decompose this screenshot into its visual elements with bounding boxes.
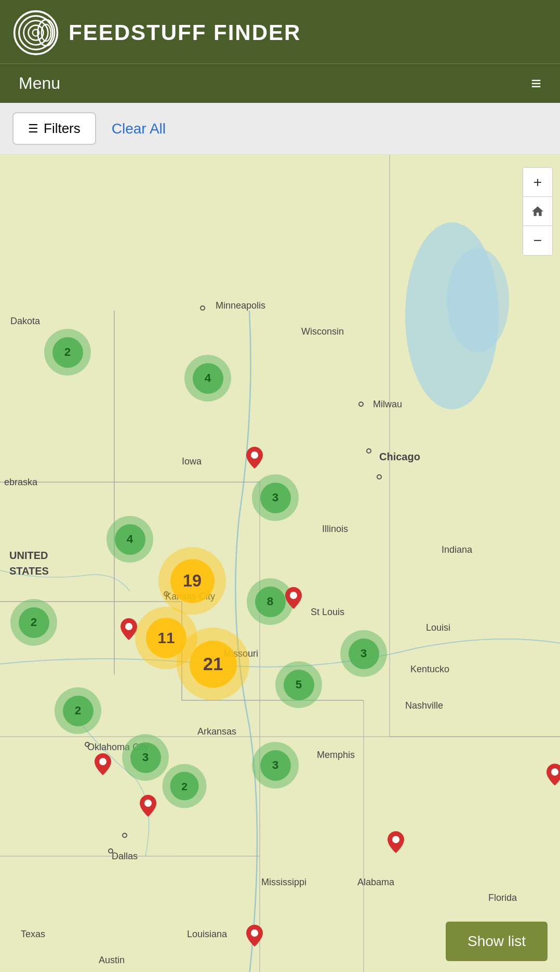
map-cluster[interactable]: 4 [184,355,231,402]
map-pin[interactable] [285,587,302,612]
map-pin[interactable] [121,618,137,643]
map-cluster[interactable]: 2 [44,329,91,376]
map-city-dot [358,402,364,407]
map-background [0,155,560,972]
app-title: FEEDSTUFF FINDER [69,20,301,45]
navbar: Menu ≡ [0,63,560,103]
map-pin[interactable] [246,447,263,472]
svg-point-29 [251,929,258,937]
zoom-in-button[interactable]: + [523,168,552,197]
filter-icon: ☰ [28,122,38,136]
map-cluster[interactable]: 2 [10,599,57,646]
clear-all-link[interactable]: Clear All [112,121,166,137]
map-pin[interactable] [246,925,263,950]
zoom-home-button[interactable] [523,197,552,226]
app-header: FEEDSTUFF FINDER [0,0,560,63]
map-city-dot [377,474,382,480]
logo-container: FEEDSTUFF FINDER [12,9,301,56]
map-cluster[interactable]: 3 [122,734,169,781]
map-pin[interactable] [95,753,111,778]
filters-button[interactable]: ☰ Filters [12,112,96,145]
svg-point-27 [144,800,152,807]
menu-label: Menu [19,74,60,93]
map-cluster[interactable]: 3 [252,474,299,521]
svg-point-23 [251,451,258,459]
svg-point-25 [290,592,297,599]
svg-point-28 [392,836,399,843]
zoom-out-button[interactable]: − [523,226,552,255]
svg-point-9 [447,248,509,352]
map-city-dot [366,448,371,454]
home-icon [531,205,544,218]
hamburger-icon[interactable]: ≡ [531,73,541,94]
show-list-button[interactable]: Show list [446,922,548,961]
map-cluster[interactable]: 2 [163,764,207,808]
svg-point-30 [551,768,558,776]
map-city-dot [108,848,113,854]
map-cluster[interactable]: 5 [275,661,322,708]
map-pin[interactable] [140,795,156,820]
map-city-dot [85,742,90,747]
map-cluster[interactable]: 4 [106,516,153,563]
map-controls: + − [523,167,553,256]
map-pin[interactable] [546,764,560,789]
map-city-dot [122,833,127,838]
logo-icon [12,9,59,56]
svg-point-24 [125,623,132,630]
filters-label: Filters [44,121,81,137]
map-city-dot [200,305,205,311]
map-cluster[interactable]: 3 [252,742,299,789]
map-cluster[interactable]: 21 [177,628,249,700]
map-cluster[interactable]: 19 [158,547,226,615]
svg-point-26 [99,758,106,765]
map-cluster[interactable]: 2 [55,687,101,734]
map-pin[interactable] [388,831,404,856]
map-cluster[interactable]: 3 [340,630,387,677]
map-container: DakotaMinneapolisWisconsinIowaebraskaUNI… [0,155,560,972]
filter-bar: ☰ Filters Clear All [0,103,560,155]
